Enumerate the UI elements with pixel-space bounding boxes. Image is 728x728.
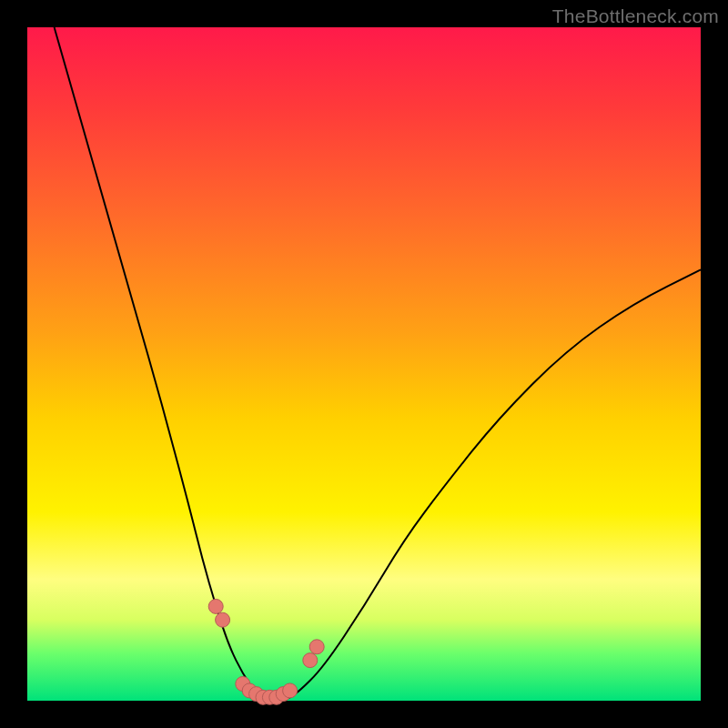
highlight-dot	[216, 612, 230, 627]
chart-svg	[27, 27, 701, 701]
highlight-dot	[208, 599, 223, 613]
highlight-dot	[309, 640, 324, 654]
bottleneck-curve	[55, 27, 701, 701]
plot-area	[27, 27, 701, 701]
highlight-dots	[208, 599, 324, 704]
highlight-dot	[283, 683, 298, 698]
outer-frame: TheBottleneck.com	[0, 0, 728, 728]
highlight-dot	[303, 653, 318, 668]
watermark-text: TheBottleneck.com	[552, 5, 719, 27]
